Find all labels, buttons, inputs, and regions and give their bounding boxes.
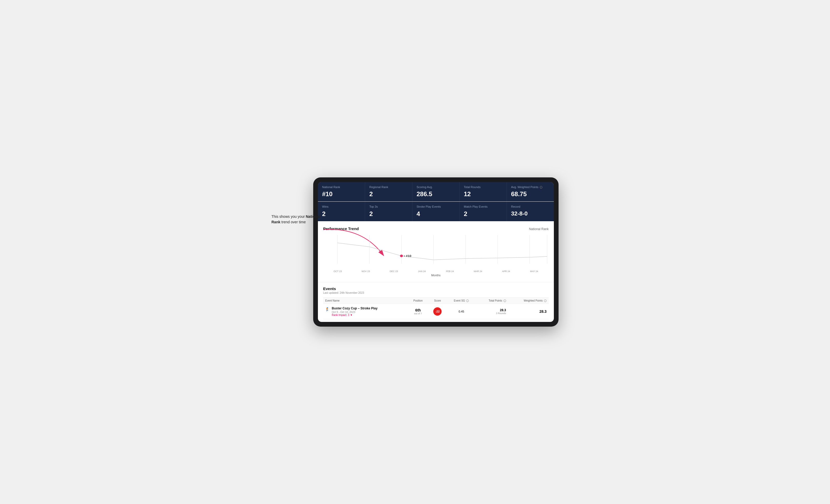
stat-avg-weighted-points: Avg. Weighted Points i 68.75 xyxy=(507,182,554,201)
stat-stroke-play-label: Stroke Play Events xyxy=(417,205,455,208)
month-nov23: NOV 23 xyxy=(352,270,380,273)
position-value: 6th out of 7 xyxy=(410,308,426,315)
stat-regional-rank-value: 2 xyxy=(369,191,408,198)
stat-national-rank: National Rank #10 xyxy=(318,182,365,201)
month-mar24: MAR 24 xyxy=(464,270,492,273)
stat-record-label: Record xyxy=(511,205,550,208)
avg-weighted-info-icon[interactable]: i xyxy=(540,186,542,189)
tablet-screen: National Rank #10 Regional Rank 2 Scorin… xyxy=(318,182,554,322)
event-name-container: 🏌️ Buster Cozy Cup – Stroke Play Oct 9 -… xyxy=(325,306,406,316)
stat-national-rank-label: National Rank xyxy=(322,185,361,189)
total-points-main: 28.3 xyxy=(478,308,506,312)
performance-header: Performance Trend National Rank xyxy=(323,227,549,231)
stat-wins-value: 2 xyxy=(322,210,361,217)
table-row: 🏌️ Buster Cozy Cup – Stroke Play Oct 9 -… xyxy=(323,304,549,319)
total-points-info-icon[interactable]: i xyxy=(504,300,506,302)
annotation-text-after: trend over time xyxy=(280,220,306,224)
stat-match-play-events: Match Play Events 2 xyxy=(459,202,507,221)
annotation-text-before: This shows you your xyxy=(272,214,306,219)
position-sub: out of 7 xyxy=(410,312,426,315)
stat-wins: Wins 2 xyxy=(318,202,365,221)
event-rank-impact: Rank Impact: 3 ▼ xyxy=(332,313,377,316)
event-sg-cell: 0.45 xyxy=(447,304,476,319)
rank-direction-icon: ▼ xyxy=(350,313,353,316)
events-table: Event Name Position Score Event SG i Tot… xyxy=(323,297,549,319)
stat-scoring-avg-value: 286.5 xyxy=(417,191,455,198)
event-sg-value: 0.45 xyxy=(458,310,464,313)
stat-avg-weighted-value: 68.75 xyxy=(511,191,550,198)
chart-months: OCT 23 NOV 23 DEC 23 JAN 24 FEB 24 MAR 2… xyxy=(323,270,549,273)
stat-record-value: 32-8-0 xyxy=(511,210,550,217)
stat-regional-rank: Regional Rank 2 xyxy=(365,182,412,201)
col-event-name: Event Name xyxy=(323,297,408,304)
stat-stroke-play-events: Stroke Play Events 4 xyxy=(412,202,459,221)
stat-top3s: Top 3s 2 xyxy=(365,202,412,221)
stat-scoring-avg-label: Scoring Avg. xyxy=(417,185,455,189)
performance-chart: • #10 xyxy=(323,235,549,269)
event-sg-info-icon[interactable]: i xyxy=(466,300,469,302)
performance-title: Performance Trend xyxy=(323,227,359,231)
event-name: Buster Cozy Cup – Stroke Play xyxy=(332,306,377,310)
col-total-points: Total Points i xyxy=(476,297,508,304)
outer-wrapper: This shows you your National Rank trend … xyxy=(272,177,558,327)
event-details: Buster Cozy Cup – Stroke Play Oct 9 - Oc… xyxy=(332,306,377,316)
stat-regional-rank-label: Regional Rank xyxy=(369,185,408,189)
stat-top3s-label: Top 3s xyxy=(369,205,408,208)
stat-total-rounds-value: 12 xyxy=(464,191,503,198)
event-name-cell: 🏌️ Buster Cozy Cup – Stroke Play Oct 9 -… xyxy=(323,304,408,319)
month-apr24: APR 24 xyxy=(492,270,520,273)
svg-text:• #10: • #10 xyxy=(404,254,411,257)
stat-record: Record 32-8-0 xyxy=(507,202,554,221)
events-title: Events xyxy=(323,287,549,291)
events-last-updated: Last updated: 24th November 2023 xyxy=(323,292,549,294)
stat-total-rounds: Total Rounds 12 xyxy=(459,182,507,201)
score-cell: -22 xyxy=(428,304,447,319)
screen-content: National Rank #10 Regional Rank 2 Scorin… xyxy=(318,182,554,322)
chart-area: • #10 xyxy=(323,235,549,269)
stat-national-rank-value: #10 xyxy=(322,191,361,198)
tablet: National Rank #10 Regional Rank 2 Scorin… xyxy=(313,177,558,327)
weighted-points-cell: 28.3 xyxy=(508,304,549,319)
total-points-sub: 3 Rounds xyxy=(478,312,506,314)
events-section: Events Last updated: 24th November 2023 … xyxy=(318,282,554,322)
stats-row-1: National Rank #10 Regional Rank 2 Scorin… xyxy=(318,182,554,201)
golf-icon: 🏌️ xyxy=(325,307,330,311)
performance-right-label: National Rank xyxy=(529,227,549,231)
weighted-points-value: 28.3 xyxy=(540,309,547,313)
col-score: Score xyxy=(428,297,447,304)
stats-row-2: Wins 2 Top 3s 2 Stroke Play Events 4 Mat… xyxy=(318,202,554,221)
month-oct23: OCT 23 xyxy=(324,270,352,273)
score-badge: -22 xyxy=(433,307,442,316)
weighted-points-info-icon[interactable]: i xyxy=(544,300,547,302)
position-cell: 6th out of 7 xyxy=(408,304,428,319)
stat-scoring-avg: Scoring Avg. 286.5 xyxy=(412,182,459,201)
month-dec23: DEC 23 xyxy=(380,270,408,273)
stat-wins-label: Wins xyxy=(322,205,361,208)
month-jan24: JAN 24 xyxy=(408,270,436,273)
stat-avg-weighted-label: Avg. Weighted Points i xyxy=(511,185,550,189)
event-date: Oct 9 - Oct 10, 2023 xyxy=(332,311,377,313)
stat-stroke-play-value: 4 xyxy=(417,210,455,217)
chart-x-label: Months xyxy=(323,274,549,277)
position-main: 6th xyxy=(410,308,426,312)
events-table-header: Event Name Position Score Event SG i Tot… xyxy=(323,297,549,304)
performance-section: Performance Trend National Rank xyxy=(318,221,554,282)
annotation: This shows you your National Rank trend … xyxy=(272,214,324,225)
month-feb24: FEB 24 xyxy=(436,270,464,273)
svg-point-9 xyxy=(400,255,403,257)
total-points-cell: 28.3 3 Rounds xyxy=(476,304,508,319)
month-may24: MAY 24 xyxy=(520,270,548,273)
stat-match-play-value: 2 xyxy=(464,210,503,217)
stat-total-rounds-label: Total Rounds xyxy=(464,185,503,189)
stat-match-play-label: Match Play Events xyxy=(464,205,503,208)
stat-top3s-value: 2 xyxy=(369,210,408,217)
col-event-sg: Event SG i xyxy=(447,297,476,304)
col-position: Position xyxy=(408,297,428,304)
col-weighted-points: Weighted Points i xyxy=(508,297,549,304)
